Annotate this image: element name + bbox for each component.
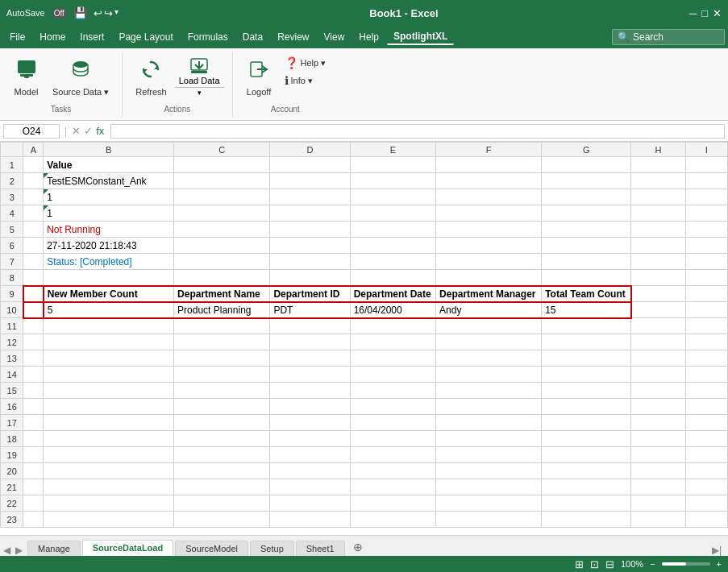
cell-F2[interactable] xyxy=(436,173,542,189)
cell-G8[interactable] xyxy=(542,270,631,286)
cell-H1[interactable] xyxy=(631,157,685,173)
cell-F6[interactable] xyxy=(436,238,542,254)
cell-G3[interactable] xyxy=(542,189,631,205)
redo-button[interactable]: ↪ xyxy=(104,7,113,19)
menu-home[interactable]: Home xyxy=(33,30,72,44)
cell-H8[interactable] xyxy=(631,270,685,286)
autosave-toggle[interactable]: Off xyxy=(52,8,67,19)
cell-C6[interactable] xyxy=(174,238,270,254)
cell-C3[interactable] xyxy=(174,189,270,205)
zoom-slider[interactable] xyxy=(662,562,710,566)
maximize-button[interactable]: □ xyxy=(701,7,708,19)
cell-E2[interactable] xyxy=(350,173,435,189)
load-data-button[interactable]: Load Data ▾ xyxy=(175,55,224,97)
cell-H10[interactable] xyxy=(631,302,685,318)
minimize-button[interactable]: ─ xyxy=(689,7,697,19)
cell-E8[interactable] xyxy=(350,270,435,286)
cell-I1[interactable] xyxy=(685,157,727,173)
cell-E5[interactable] xyxy=(350,222,435,238)
col-header-H[interactable]: H xyxy=(631,143,685,157)
cell-A3[interactable] xyxy=(23,189,44,205)
cell-G6[interactable] xyxy=(542,238,631,254)
cell-D9[interactable]: Department ID xyxy=(270,286,350,302)
cell-G4[interactable] xyxy=(542,205,631,222)
cell-G1[interactable] xyxy=(542,157,631,173)
col-header-B[interactable]: B xyxy=(44,143,174,157)
sheet-nav-next[interactable]: ▶ xyxy=(15,545,23,556)
menu-view[interactable]: View xyxy=(318,30,352,44)
cell-C10[interactable]: Product Planning xyxy=(174,302,270,318)
view-page-icon[interactable]: ⊡ xyxy=(590,558,599,570)
cell-reference-box[interactable]: O24 xyxy=(3,124,60,139)
cell-E4[interactable] xyxy=(350,205,435,222)
cell-A10[interactable] xyxy=(23,302,44,318)
cell-D8[interactable] xyxy=(270,270,350,286)
cell-B2[interactable]: TestESMConstant_Ank xyxy=(44,173,174,189)
cell-E10[interactable]: 16/04/2000 xyxy=(350,302,435,318)
cell-I6[interactable] xyxy=(685,238,727,254)
cell-H3[interactable] xyxy=(631,189,685,205)
cell-A4[interactable] xyxy=(23,205,44,222)
cell-A2[interactable] xyxy=(23,173,44,189)
cell-C7[interactable] xyxy=(174,254,270,270)
menu-formulas[interactable]: Formulas xyxy=(181,30,235,44)
scroll-right-icon[interactable]: ▶| xyxy=(709,545,725,556)
cell-G10[interactable]: 15 xyxy=(542,302,631,318)
col-header-G[interactable]: G xyxy=(542,143,631,157)
cell-G2[interactable] xyxy=(542,173,631,189)
cell-G9[interactable]: Total Team Count xyxy=(542,286,631,302)
cell-A6[interactable] xyxy=(23,238,44,254)
cell-D6[interactable] xyxy=(270,238,350,254)
cell-B1[interactable]: Value xyxy=(44,157,174,173)
cell-D10[interactable]: PDT xyxy=(270,302,350,318)
sheet-tab-setup[interactable]: Setup xyxy=(250,541,294,556)
cell-I8[interactable] xyxy=(685,270,727,286)
cell-E9[interactable]: Department Date xyxy=(350,286,435,302)
menu-page-layout[interactable]: Page Layout xyxy=(112,30,179,44)
formula-insert-icon[interactable]: fx xyxy=(96,125,104,137)
cell-A1[interactable] xyxy=(23,157,44,173)
cell-I3[interactable] xyxy=(685,189,727,205)
cell-A5[interactable] xyxy=(23,222,44,238)
cell-H4[interactable] xyxy=(631,205,685,222)
menu-review[interactable]: Review xyxy=(271,30,315,44)
menu-help[interactable]: Help xyxy=(352,30,385,44)
sheet-tab-manage[interactable]: Manage xyxy=(27,541,81,556)
cell-G7[interactable] xyxy=(542,254,631,270)
cell-D1[interactable] xyxy=(270,157,350,173)
cell-B7[interactable]: Status: [Completed] xyxy=(44,254,174,270)
refresh-button[interactable]: Refresh xyxy=(131,55,172,100)
info-button[interactable]: ℹ Info ▾ xyxy=(281,73,317,89)
model-button[interactable]: Model xyxy=(8,55,44,100)
sheet-nav-prev[interactable]: ◀ xyxy=(3,545,10,556)
sheet-tab-sourcedataload[interactable]: SourceDataLoad xyxy=(82,540,173,556)
cell-B9[interactable]: New Member Count xyxy=(44,286,174,302)
menu-spotlightxl[interactable]: SpotlightXL xyxy=(387,29,454,45)
cell-I2[interactable] xyxy=(685,173,727,189)
menu-file[interactable]: File xyxy=(3,30,31,44)
cell-I4[interactable] xyxy=(685,205,727,222)
cell-I5[interactable] xyxy=(685,222,727,238)
cell-C9[interactable]: Department Name xyxy=(174,286,270,302)
undo-button[interactable]: ↩ xyxy=(94,7,102,19)
cell-B4[interactable]: 1 xyxy=(44,205,174,222)
col-header-I[interactable]: I xyxy=(685,143,727,157)
cell-B8[interactable] xyxy=(44,270,174,286)
cell-A9[interactable] xyxy=(23,286,44,302)
cell-H5[interactable] xyxy=(631,222,685,238)
sheet-tab-sheet1[interactable]: Sheet1 xyxy=(296,541,345,556)
cell-G5[interactable] xyxy=(542,222,631,238)
col-header-A[interactable]: A xyxy=(23,143,44,157)
cell-D5[interactable] xyxy=(270,222,350,238)
col-header-D[interactable]: D xyxy=(270,143,350,157)
cell-F4[interactable] xyxy=(436,205,542,222)
menu-data[interactable]: Data xyxy=(236,30,269,44)
cell-A8[interactable] xyxy=(23,270,44,286)
cell-E3[interactable] xyxy=(350,189,435,205)
source-data-button[interactable]: Source Data ▾ xyxy=(48,55,114,101)
cell-I10[interactable] xyxy=(685,302,727,318)
formula-input[interactable] xyxy=(110,124,725,139)
cell-H2[interactable] xyxy=(631,173,685,189)
menu-search-box[interactable]: 🔍 Search xyxy=(612,29,725,45)
cell-H6[interactable] xyxy=(631,238,685,254)
